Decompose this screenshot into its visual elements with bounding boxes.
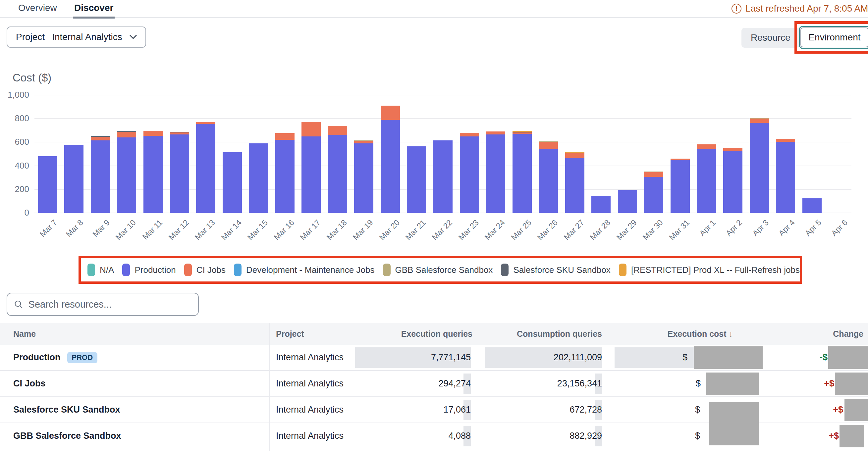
bar-segment-production[interactable]	[671, 160, 690, 213]
bar-segment-production[interactable]	[802, 198, 822, 213]
bar-mar-11[interactable]	[140, 131, 166, 213]
bar-mar-8[interactable]	[61, 145, 88, 213]
bar-segment-production[interactable]	[302, 136, 321, 213]
bar-segment-production[interactable]	[618, 190, 637, 213]
bar-segment-production[interactable]	[64, 145, 84, 213]
bar-mar-27[interactable]	[562, 152, 588, 213]
col-header-change[interactable]: Change	[833, 323, 863, 345]
col-header-execution-cost[interactable]: Execution cost ↓	[668, 323, 733, 345]
bar-mar-19[interactable]	[351, 140, 377, 213]
legend-item-ci-jobs[interactable]: CI Jobs	[184, 264, 226, 276]
bar-mar-26[interactable]	[535, 141, 562, 213]
col-header-execution-queries[interactable]: Execution queries	[401, 323, 472, 345]
bar-segment-ci-jobs[interactable]	[328, 126, 347, 135]
bar-mar-14[interactable]	[219, 152, 246, 213]
bar-segment-production[interactable]	[723, 151, 742, 213]
bar-segment-production[interactable]	[144, 136, 163, 213]
bar-segment-ci-jobs[interactable]	[381, 106, 400, 120]
bar-mar-22[interactable]	[430, 140, 456, 213]
bar-segment-ci-jobs[interactable]	[486, 131, 505, 134]
bar-segment-ci-jobs[interactable]	[91, 137, 110, 140]
bar-mar-17[interactable]	[298, 122, 324, 213]
legend-item--restricted-prod-xl-full-refresh-jobs[interactable]: [RESTRICTED] Prod XL -- Full-Refresh job…	[619, 264, 800, 276]
resource-name[interactable]: GBB Salesforce Sandbox	[13, 423, 121, 449]
bar-segment-production[interactable]	[539, 149, 558, 213]
bar-segment-production[interactable]	[407, 147, 426, 213]
bar-apr-4[interactable]	[772, 139, 799, 213]
col-header-project[interactable]: Project	[276, 323, 304, 345]
bar-segment-production[interactable]	[565, 158, 584, 213]
environment-toggle-button[interactable]: Environment	[800, 28, 868, 47]
bar-segment-ci-jobs[interactable]	[302, 122, 321, 136]
bar-segment-production[interactable]	[381, 120, 400, 213]
bar-segment-ci-jobs[interactable]	[723, 148, 742, 151]
bar-segment-production[interactable]	[223, 152, 242, 213]
bar-apr-1[interactable]	[693, 144, 720, 213]
bar-segment-production[interactable]	[513, 134, 532, 213]
bar-segment-production[interactable]	[170, 134, 189, 213]
resource-name[interactable]: Salesforce SKU Sandbox	[13, 397, 120, 422]
bar-segment-ci-jobs[interactable]	[644, 172, 663, 177]
bar-mar-29[interactable]	[614, 190, 641, 213]
bar-segment-production[interactable]	[91, 140, 110, 213]
bar-segment-production[interactable]	[433, 140, 453, 213]
bar-segment-production[interactable]	[117, 137, 136, 213]
bar-segment-production[interactable]	[644, 177, 663, 213]
bar-segment-ci-jobs[interactable]	[460, 133, 479, 136]
legend-item-n-a[interactable]: N/A	[88, 264, 114, 276]
bar-apr-3[interactable]	[746, 118, 773, 213]
search-box[interactable]	[7, 293, 199, 316]
bar-segment-production[interactable]	[275, 140, 294, 213]
bar-segment-production[interactable]	[38, 156, 57, 213]
bar-mar-18[interactable]	[324, 126, 351, 213]
bar-mar-21[interactable]	[404, 147, 430, 213]
bar-segment-production[interactable]	[249, 143, 268, 213]
project-filter-dropdown[interactable]: Project Internal Analytics	[7, 27, 146, 48]
col-header-name[interactable]: Name	[13, 323, 36, 345]
col-header-consumption-queries[interactable]: Consumption queries	[517, 323, 602, 345]
legend-item-production[interactable]: Production	[122, 264, 176, 276]
bar-mar-20[interactable]	[377, 106, 404, 213]
table-row-production[interactable]: ProductionPRODInternal Analytics7,771,14…	[0, 345, 868, 371]
bar-segment-production[interactable]	[328, 135, 347, 213]
bar-segment-production[interactable]	[591, 196, 611, 213]
legend-item-salesforce-sku-sandbox[interactable]: Salesforce SKU Sandbox	[501, 264, 610, 276]
resource-name[interactable]: ProductionPROD	[13, 345, 97, 370]
bar-mar-13[interactable]	[192, 122, 219, 213]
bar-apr-2[interactable]	[720, 148, 746, 213]
bar-mar-9[interactable]	[87, 136, 114, 213]
bar-segment-production[interactable]	[486, 134, 505, 213]
bar-mar-7[interactable]	[34, 156, 61, 213]
bar-segment-ci-jobs[interactable]	[539, 142, 558, 149]
search-input[interactable]	[29, 299, 191, 310]
bar-mar-12[interactable]	[166, 132, 193, 213]
bar-mar-15[interactable]	[245, 143, 272, 213]
tab-overview[interactable]: Overview	[18, 3, 57, 18]
bar-mar-25[interactable]	[509, 131, 535, 213]
resource-name[interactable]: CI Jobs	[13, 371, 46, 396]
bar-segment-ci-jobs[interactable]	[750, 119, 769, 123]
bar-mar-23[interactable]	[456, 133, 483, 213]
bar-segment-production[interactable]	[750, 123, 769, 213]
bar-mar-31[interactable]	[667, 159, 693, 213]
legend-item-development-maintenance-jobs[interactable]: Development - Maintenance Jobs	[234, 264, 374, 276]
tab-discover[interactable]: Discover	[74, 3, 113, 18]
bar-mar-28[interactable]	[588, 196, 615, 213]
resource-toggle-button[interactable]: Resource	[741, 28, 800, 48]
bar-segment-ci-jobs[interactable]	[117, 132, 136, 137]
table-row-ci-jobs[interactable]: CI JobsInternal Analytics294,27423,156,3…	[0, 371, 868, 397]
bar-mar-30[interactable]	[641, 171, 667, 213]
bar-segment-ci-jobs[interactable]	[354, 141, 373, 143]
bar-segment-ci-jobs[interactable]	[275, 133, 294, 140]
bar-segment-production[interactable]	[196, 124, 215, 213]
legend-item-gbb-salesforce-sandbox[interactable]: GBB Salesforce Sandbox	[383, 264, 493, 276]
bar-segment-ci-jobs[interactable]	[144, 131, 163, 136]
bar-segment-production[interactable]	[460, 136, 479, 213]
bar-segment-production[interactable]	[697, 149, 716, 213]
bar-segment-ci-jobs[interactable]	[776, 139, 795, 142]
bar-segment-production[interactable]	[354, 143, 373, 213]
bar-mar-16[interactable]	[272, 133, 298, 213]
bar-apr-5[interactable]	[799, 198, 825, 213]
bar-segment-production[interactable]	[776, 142, 795, 213]
bar-segment-ci-jobs[interactable]	[697, 144, 716, 149]
